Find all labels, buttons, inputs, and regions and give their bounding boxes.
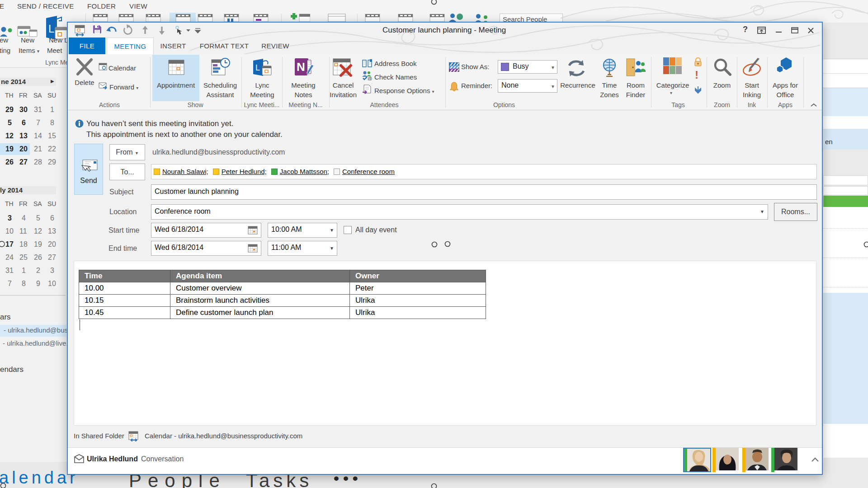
svg-text:@: @ [368,76,372,80]
svg-text:L: L [48,23,54,35]
svg-text:N: N [297,60,305,74]
svg-text:L: L [255,63,260,72]
